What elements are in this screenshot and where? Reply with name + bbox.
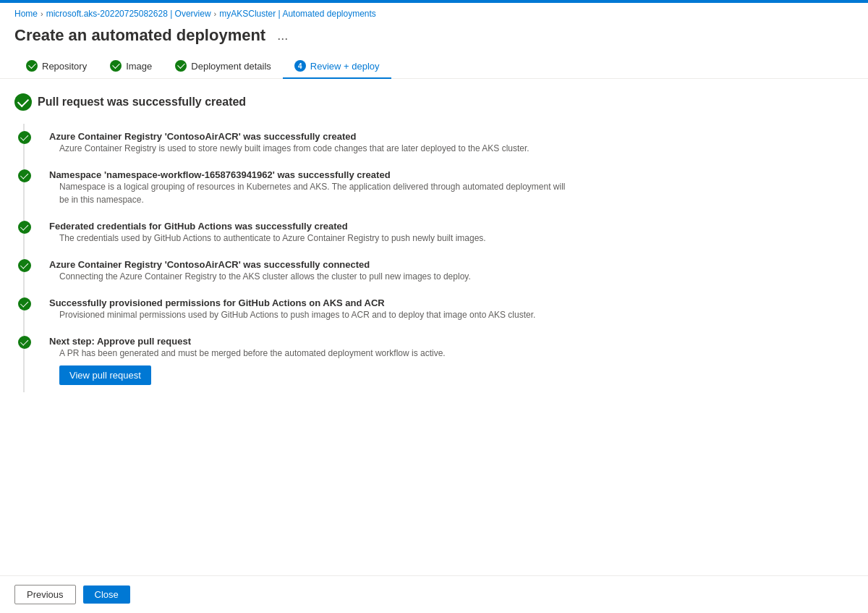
ellipsis-button[interactable]: ... — [273, 27, 292, 45]
page-header: Create an automated deployment ... — [0, 22, 868, 54]
step-acr-connected: Azure Container Registry 'ContosoAirACR'… — [25, 252, 854, 290]
tab-review-label: Review + deploy — [310, 61, 380, 72]
footer: Previous Close — [0, 575, 868, 613]
step-next-desc: A PR has been generated and must be merg… — [59, 347, 566, 360]
tab-repository-label: Repository — [42, 61, 87, 72]
step-permissions-check-icon — [18, 297, 31, 310]
step-permissions-desc: Provisioned minimal permissions used by … — [59, 308, 566, 321]
step-acr-connected-check-icon — [18, 259, 31, 272]
tab-deployment-details[interactable]: Deployment details — [163, 54, 283, 79]
pull-request-check-icon — [14, 93, 32, 111]
breadcrumb: Home › microsoft.aks-20220725082628 | Ov… — [0, 3, 868, 22]
pull-request-title: Pull request was successfully created — [38, 96, 246, 109]
breadcrumb-sep-2: › — [214, 9, 217, 18]
step-namespace-desc: Namespace is a logical grouping of resou… — [59, 180, 566, 206]
tab-image-check-icon — [110, 60, 122, 72]
step-federated-credentials: Federated credentials for GitHub Actions… — [25, 214, 854, 252]
breadcrumb-sep-1: › — [41, 9, 43, 18]
step-namespace-check-icon — [18, 169, 31, 182]
breadcrumb-home[interactable]: Home — [14, 9, 38, 19]
step-acr-created-check-icon — [18, 131, 31, 144]
step-acr-created-title: Azure Container Registry 'ContosoAirACR'… — [49, 131, 854, 142]
step-next-step: Next step: Approve pull request A PR has… — [25, 329, 854, 392]
tab-deployment-label: Deployment details — [191, 61, 271, 72]
tab-review-active-icon: 4 — [294, 60, 306, 72]
step-acr-created: Azure Container Registry 'ContosoAirACR'… — [25, 124, 854, 162]
step-namespace-created: Namespace 'namespace-workflow-1658763941… — [25, 162, 854, 214]
step-next-title: Next step: Approve pull request — [49, 336, 854, 347]
step-permissions: Successfully provisioned permissions for… — [25, 290, 854, 329]
tab-image[interactable]: Image — [98, 54, 163, 79]
step-acr-connected-title: Azure Container Registry 'ContosoAirACR'… — [49, 259, 854, 270]
tab-repository-check-icon — [26, 60, 38, 72]
step-acr-created-desc: Azure Container Registry is used to stor… — [59, 142, 566, 155]
page-title: Create an automated deployment — [14, 26, 265, 45]
main-content: Home › microsoft.aks-20220725082628 | Ov… — [0, 3, 868, 613]
view-pull-request-button[interactable]: View pull request — [59, 365, 151, 385]
step-next-check-icon — [18, 336, 31, 349]
step-federated-check-icon — [18, 221, 31, 234]
tab-image-label: Image — [126, 61, 152, 72]
pull-request-header: Pull request was successfully created — [14, 93, 854, 111]
step-namespace-title: Namespace 'namespace-workflow-1658763941… — [49, 169, 854, 180]
tabs-row: Repository Image Deployment details 4 Re… — [0, 54, 868, 79]
previous-button[interactable]: Previous — [14, 585, 76, 604]
tab-review-deploy[interactable]: 4 Review + deploy — [283, 54, 391, 79]
tab-deployment-check-icon — [175, 60, 187, 72]
breadcrumb-cluster[interactable]: myAKSCluster | Automated deployments — [219, 9, 376, 19]
step-federated-title: Federated credentials for GitHub Actions… — [49, 221, 854, 232]
step-federated-desc: The credentials used by GitHub Actions t… — [59, 232, 566, 245]
step-permissions-title: Successfully provisioned permissions for… — [49, 297, 854, 308]
steps-container: Azure Container Registry 'ContosoAirACR'… — [23, 124, 854, 392]
tab-repository[interactable]: Repository — [14, 54, 98, 79]
close-button[interactable]: Close — [83, 585, 130, 604]
step-acr-connected-desc: Connecting the Azure Container Registry … — [59, 270, 566, 283]
breadcrumb-aks[interactable]: microsoft.aks-20220725082628 | Overview — [46, 9, 211, 19]
content-area: Pull request was successfully created Az… — [0, 79, 868, 575]
